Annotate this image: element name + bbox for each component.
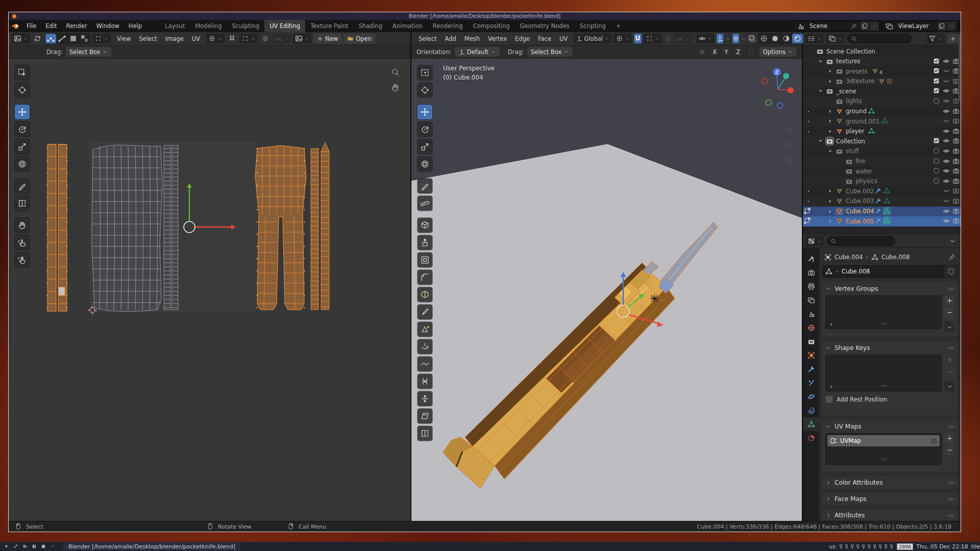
outliner-item-label[interactable]: Cube.002: [846, 188, 874, 195]
hide-eye-toggle[interactable]: [943, 178, 950, 185]
hide-eye-toggle[interactable]: [943, 197, 950, 205]
panel-grip-icon[interactable]: [947, 285, 954, 293]
disable-render-toggle[interactable]: [952, 208, 960, 215]
fake-user-shield-button[interactable]: [944, 265, 958, 278]
geometry-nodes-icon[interactable]: [884, 217, 890, 226]
workspace-tab-texture-paint[interactable]: Texture Paint: [305, 20, 353, 32]
scene-selector[interactable]: Scene: [794, 21, 879, 31]
vertex-groups-title[interactable]: Vertex Groups: [835, 285, 878, 292]
properties-tab-collection[interactable]: [803, 335, 819, 348]
tool-cursor[interactable]: [15, 83, 30, 97]
tool-edge-slide[interactable]: [418, 374, 432, 389]
panel-grip-icon[interactable]: [947, 344, 954, 352]
outliner-item-label[interactable]: Cube.005: [846, 218, 874, 225]
properties-tab-modifiers[interactable]: [803, 362, 819, 376]
panel-grip-icon[interactable]: [947, 512, 954, 519]
exclude-checkbox[interactable]: [933, 87, 940, 94]
outliner-row-cube-002[interactable]: Cube.002: [803, 186, 961, 196]
face-maps-title[interactable]: Face Maps: [835, 495, 867, 503]
snap-target-dropdown[interactable]: [644, 34, 662, 43]
outliner-row-stuff[interactable]: stuff: [803, 146, 961, 157]
uv-menu-select[interactable]: Select: [135, 35, 161, 42]
outliner-row-player[interactable]: player: [803, 127, 961, 137]
hide-eye-toggle[interactable]: [943, 158, 950, 165]
viewlayer-selector[interactable]: ViewLayer: [883, 21, 957, 31]
geometry-nodes-icon[interactable]: [868, 128, 875, 134]
uv-mode-vertex-button[interactable]: [45, 34, 56, 43]
tray-icon[interactable]: [861, 544, 866, 549]
exclude-checkbox[interactable]: [933, 67, 940, 74]
shading-wire-button[interactable]: [758, 34, 769, 43]
transform-orientation-dropdown[interactable]: Global: [574, 34, 611, 43]
outliner-item-label[interactable]: physics: [855, 178, 877, 185]
pin-id-icon[interactable]: [948, 254, 955, 261]
tool-measure[interactable]: [418, 196, 432, 211]
snap-base-icon[interactable]: [746, 47, 756, 57]
outliner-row-ground-001[interactable]: ground.001: [803, 116, 961, 127]
uv-mode-edge-button[interactable]: [57, 34, 67, 43]
outliner-row-cube-004[interactable]: Cube.004: [803, 207, 961, 217]
proportional-editing-toggle[interactable]: [664, 34, 672, 43]
add-rest-position-checkbox[interactable]: [825, 395, 833, 403]
tray-icon[interactable]: [850, 544, 854, 549]
tool-cursor[interactable]: [418, 83, 432, 97]
tray-icon[interactable]: [889, 544, 894, 549]
exclude-checkbox[interactable]: [933, 147, 940, 154]
geometry-nodes-icon[interactable]: [884, 187, 890, 194]
options-dropdown[interactable]: Options: [760, 47, 797, 57]
editor-type-dropdown[interactable]: [12, 34, 30, 43]
workspace-tab-scripting[interactable]: Scripting: [575, 20, 611, 32]
attributes-title[interactable]: Attributes: [835, 512, 865, 519]
outliner-row-physics[interactable]: physics: [803, 177, 961, 187]
uvmap-list-item[interactable]: UVMap: [827, 435, 940, 446]
tool-rotate[interactable]: [15, 122, 30, 137]
outliner-row-presets[interactable]: presets4: [803, 66, 961, 77]
tool-move[interactable]: [15, 105, 30, 119]
hide-eye-toggle[interactable]: [943, 58, 950, 65]
outliner-item-label[interactable]: player: [846, 128, 864, 135]
hide-eye-toggle[interactable]: [943, 67, 950, 74]
new-scene-button[interactable]: [860, 21, 869, 31]
add-shape-key-button[interactable]: [944, 355, 954, 365]
tool-smooth[interactable]: [418, 357, 432, 371]
tool-add-cube[interactable]: [418, 218, 432, 233]
disable-render-toggle[interactable]: [952, 217, 960, 224]
disable-render-toggle[interactable]: [952, 117, 960, 124]
menu-file[interactable]: File: [22, 20, 41, 32]
tool-rip-region[interactable]: [15, 196, 30, 211]
uv-maps-list[interactable]: UVMap: [825, 433, 942, 465]
shape-key-specials-dropdown[interactable]: [944, 381, 954, 391]
exclude-checkbox[interactable]: [933, 167, 940, 174]
scene-name[interactable]: Scene: [807, 21, 848, 31]
tray-icon[interactable]: [855, 544, 860, 549]
disable-render-toggle[interactable]: [952, 187, 960, 194]
disable-render-toggle[interactable]: [952, 108, 960, 115]
outliner-item-label[interactable]: _scene: [836, 88, 856, 95]
vp-menu-select[interactable]: Select: [414, 35, 440, 42]
properties-tab-tool[interactable]: [803, 252, 819, 266]
outliner-viewlayer-icon-dropdown[interactable]: [826, 34, 845, 43]
outliner-item-label[interactable]: ground.001: [846, 118, 879, 125]
pager-workspace-icon[interactable]: [4, 544, 9, 549]
viewport-canvas[interactable]: Z User Perspective (0) Cube.004: [411, 59, 802, 521]
remove-uvmap-button[interactable]: [944, 445, 954, 455]
tool-rip-region[interactable]: [418, 426, 432, 441]
uv-pan-hand-icon[interactable]: [391, 83, 400, 92]
expand-arrow-icon[interactable]: [818, 59, 823, 64]
vp-pan-hand-icon[interactable]: [786, 125, 795, 134]
outliner-item-label[interactable]: water: [855, 168, 872, 175]
uv-zoom-icon[interactable]: [391, 68, 400, 77]
vp-menu-add[interactable]: Add: [440, 35, 460, 42]
workspace-tab-animation[interactable]: Animation: [387, 20, 428, 32]
pager-workspace-icon[interactable]: [13, 544, 18, 549]
resize-corner-icon[interactable]: [829, 322, 834, 327]
outliner-item-label[interactable]: lights: [846, 97, 862, 105]
color-attributes-title[interactable]: Color Attributes: [835, 479, 883, 486]
viewlayer-name[interactable]: ViewLayer: [896, 21, 937, 31]
vp-menu-mesh[interactable]: Mesh: [460, 35, 484, 42]
properties-options-dropdown[interactable]: [947, 236, 958, 246]
tool-poly-build[interactable]: [418, 322, 432, 337]
workspace-tab-geometry-nodes[interactable]: Geometry Nodes: [515, 20, 575, 32]
panel-grip-icon[interactable]: [947, 479, 954, 487]
outliner-item-label[interactable]: Scene Collection: [826, 48, 875, 55]
